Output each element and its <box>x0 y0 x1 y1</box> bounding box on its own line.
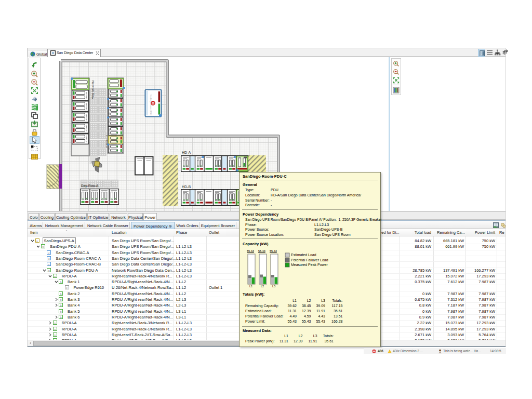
svg-text:Network Row: Network Row <box>91 81 95 99</box>
svg-text:HD-B: HD-B <box>182 185 191 189</box>
svg-text:HD-A: HD-A <box>182 151 191 154</box>
svg-text:SanDiego-Room-CRAC: SanDiego-Room-CRAC <box>150 95 152 115</box>
svg-text:Day-Row-A: Day-Row-A <box>81 184 99 188</box>
